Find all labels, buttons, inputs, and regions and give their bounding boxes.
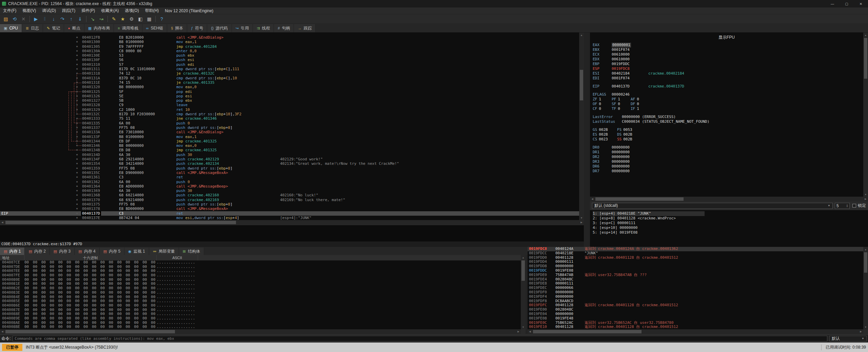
scrollbar[interactable]: ▲▼ (579, 33, 584, 220)
flag-pair[interactable]: SF0 (612, 102, 631, 106)
register-row[interactable]: LastError00000000 (ERROR_SUCCESS) (593, 115, 862, 119)
disasm-row[interactable]: ●0040133375 11jne crackme.401346 (0, 116, 579, 121)
tab-dump-3[interactable]: ▤内存 3 (50, 248, 75, 255)
arg-count-spinner[interactable]: 5 ▲▼ (835, 203, 850, 209)
register-row[interactable]: EDX00610000 (593, 57, 862, 62)
scrollbar-thumb[interactable] (5, 330, 175, 333)
tab-call-stack[interactable]: ≡调用堆栈 (114, 24, 142, 32)
flag-pair[interactable]: DS002B (617, 132, 642, 137)
disasm-row[interactable]: ●0040136B68 60214000push crackme.4021604… (0, 193, 579, 197)
breakpoint-dot[interactable]: ● (76, 58, 78, 62)
step-into-button[interactable]: ↓ (50, 15, 58, 23)
arrow-down-icon[interactable]: ▼ (521, 325, 526, 329)
stack-row[interactable]: 0019FE080019FE48 (528, 316, 863, 321)
close-button[interactable]: ✕ (854, 0, 868, 7)
tab-struct[interactable]: ⊞结构体 (179, 248, 204, 255)
scrollbar-thumb[interactable] (864, 252, 867, 273)
flag-pair[interactable]: FS0053 (617, 128, 642, 132)
register-row[interactable]: EAX00000001 (593, 43, 862, 47)
tab-handles[interactable]: #句柄 (274, 24, 294, 32)
breakpoint-dot[interactable]: ● (76, 161, 78, 166)
disasm-row[interactable]: ●00401329C2 1000ret 10 (0, 107, 579, 112)
registers-pane[interactable]: 显示FPU EAX00000001EBX0001F074ECX00610000E… (590, 33, 863, 197)
disasm-row[interactable]: ●00401305E9 7AFFFFFFjmp crackme.401284 (0, 44, 579, 49)
breakpoint-dot[interactable]: ● (76, 90, 78, 94)
disasm-row[interactable]: ●00401320B8 00000000mov eax,0 (0, 85, 579, 89)
register-row[interactable]: EBP0019FDDC (593, 62, 862, 66)
arrow-up-icon[interactable]: ▲ (863, 33, 868, 37)
stack-row[interactable]: 0019FDDC0019FE08 (528, 269, 863, 273)
disasm-row[interactable]: ●0040131E74 15je crackme.401335 (0, 80, 579, 85)
trace-into-button[interactable]: ↘ (88, 15, 97, 23)
restart-button[interactable]: ⟲ (11, 15, 19, 23)
disasm-row[interactable]: ●00401359FF75 08push dword ptr ss:[ebp+8… (0, 166, 579, 171)
scrollbar-thumb[interactable] (595, 197, 684, 201)
dump-row[interactable]: 004008BE00 00 00 00 00 00 00 00 00 00 00… (0, 325, 521, 329)
flag-pair[interactable]: SS002B (617, 137, 642, 142)
arrow-down-icon[interactable]: ▼ (863, 192, 868, 197)
tab-dump-4[interactable]: ▤内存 4 (75, 248, 99, 255)
flag-pair[interactable]: OF0 (593, 102, 612, 106)
flag-pair[interactable]: TF0 (612, 106, 631, 111)
register-row[interactable]: EDI0001F074 (593, 76, 862, 81)
maximize-button[interactable]: ▢ (840, 0, 854, 7)
flag-pair[interactable]: PF1 (612, 97, 631, 102)
dump-row[interactable]: 004007CE00 00 00 00 00 00 00 00 00 00 00… (0, 260, 521, 265)
breakpoint-dot[interactable]: ● (76, 180, 78, 184)
disasm-row[interactable]: ●00401344EB DFjmp crackme.401325 (0, 139, 579, 143)
dump-row[interactable]: 004007FE00 00 00 00 00 00 00 00 00 00 00… (0, 273, 521, 278)
show-fpu-button[interactable]: 显示FPU (718, 35, 735, 40)
scrollbar-thumb[interactable] (864, 38, 867, 79)
disasm-row[interactable]: ●004013626A 00push 0 (0, 180, 579, 184)
arrow-up-icon[interactable]: ▲ (579, 33, 584, 37)
breakpoint-dot[interactable]: ● (76, 125, 78, 130)
disasm-row[interactable]: ●00401364E8 AD000000call <JMP.&MessageBe… (0, 184, 579, 189)
disasm-row[interactable]: ●00401311817D 0C 11010000cmp dword ptr s… (0, 67, 579, 71)
dump-pane[interactable]: 004007CE00 00 00 00 00 00 00 00 00 00 00… (0, 260, 521, 329)
args-panel[interactable]: 1: [esp+4] 0040218E "JUNK"2: [esp+8] 004… (590, 210, 868, 247)
arrow-up-icon[interactable]: ▲ (863, 247, 868, 252)
scrollbar-thumb[interactable] (521, 260, 525, 281)
register-row[interactable]: DR200000000 (593, 155, 862, 159)
open-file-button[interactable]: ▨ (2, 15, 10, 23)
flag-pair[interactable]: GS002B (593, 128, 617, 132)
disasm-row[interactable]: ●004013356A 00push 0 (0, 121, 579, 125)
arrow-left-icon[interactable]: ◀ (590, 197, 595, 201)
stack-row[interactable]: 0019FDC80040124A返回到 crackme.0040124A 自 c… (528, 247, 863, 251)
register-row[interactable]: ES002BDS002B (593, 132, 862, 137)
tab-references[interactable]: ↪引用 (232, 24, 253, 32)
disasm-row[interactable]: ●0040131874 12je crackme.40132C (0, 71, 579, 76)
disasm-row[interactable]: ●00401361C3ret (0, 175, 579, 179)
tab-threads[interactable]: ⇉线程 (253, 24, 274, 32)
breakpoint-dot[interactable]: ● (76, 40, 78, 44)
breakpoint-dot[interactable]: ● (76, 175, 78, 179)
register-row[interactable]: EBX0001F074 (593, 47, 862, 52)
arrow-right-icon[interactable]: ▶ (516, 329, 521, 334)
dump-row[interactable]: 0040083E00 00 00 00 00 00 00 00 00 00 00… (0, 291, 521, 295)
favourites-button[interactable]: ★ (119, 15, 127, 23)
disasm-row[interactable]: ●0040131A837D 0C 10cmp dword ptr ss:[ebp… (0, 76, 579, 80)
disasm-row[interactable]: ●0040130AC8 0000 00enter 0,0 (0, 49, 579, 53)
breakpoint-dot[interactable]: ● (76, 135, 78, 139)
breakpoint-dot[interactable]: ● (76, 94, 78, 98)
register-row[interactable]: ZF1PF1AF0 (593, 97, 862, 102)
breakpoint-dot[interactable]: ● (76, 80, 78, 85)
lock-checkbox[interactable] (852, 204, 856, 208)
breakpoint-dot[interactable]: ● (76, 193, 78, 197)
disassembly-pane[interactable]: ●004012FBE8 B2010000call <JMP.&EndDialog… (0, 33, 579, 220)
breakpoint-dot[interactable]: ● (76, 85, 78, 89)
disasm-row[interactable]: ●00401337FF75 08push dword ptr ss:[ebp+8… (0, 125, 579, 130)
disasm-row[interactable]: ●004013696A 30push 30 (0, 189, 579, 193)
disasm-row[interactable]: ●004013265Epop esi (0, 94, 579, 98)
breakpoint-dot[interactable]: ● (76, 49, 78, 53)
tab-trace[interactable]: →跟踪 (294, 24, 316, 32)
breakpoint-dot[interactable]: ● (76, 62, 78, 67)
arrow-up-icon[interactable]: ▲ (521, 255, 526, 260)
disasm-row[interactable]: ●0040133FB8 01000000mov eax,1 (0, 135, 579, 139)
scrollbar-thumb[interactable] (580, 70, 583, 100)
stack-row[interactable]: 0019FDF400000000 (528, 295, 863, 299)
register-row[interactable]: CF0TF0IF1 (593, 106, 862, 111)
stack-row[interactable]: 0019FDE800000111 (528, 281, 863, 286)
arrow-left-icon[interactable]: ◀ (0, 329, 5, 334)
stack-row[interactable]: 0019FDD800000000 (528, 264, 863, 269)
